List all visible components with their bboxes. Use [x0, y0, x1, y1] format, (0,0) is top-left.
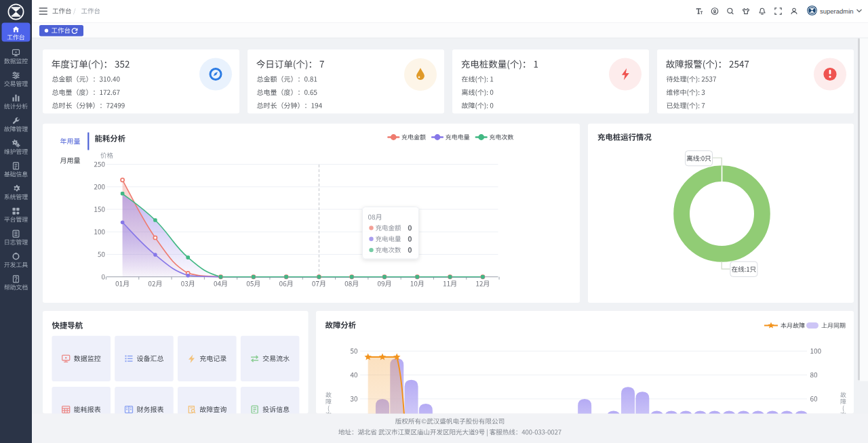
svg-text:superadmin: superadmin [820, 7, 854, 15]
